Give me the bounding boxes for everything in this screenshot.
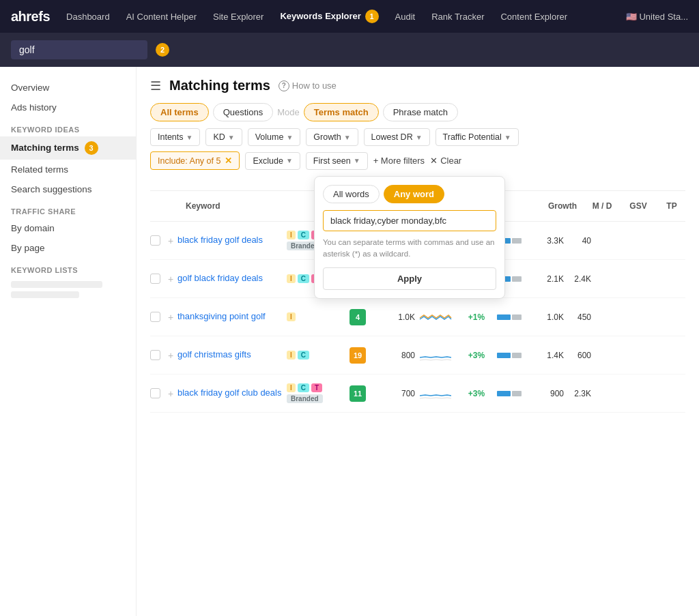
popup-tab-all-words[interactable]: All words bbox=[323, 185, 380, 203]
table-row: + black friday golf club deals I C T Bra… bbox=[150, 375, 685, 413]
popup-tab-any-word[interactable]: Any word bbox=[384, 185, 444, 203]
row-badges: I bbox=[287, 312, 341, 321]
row-keyword: golf black friday deals bbox=[177, 272, 287, 284]
main-content: ☰ Matching terms ? How to use All terms … bbox=[137, 67, 699, 616]
sidebar-item-overview[interactable]: Overview bbox=[0, 78, 136, 98]
filters-row: Intents ▼ KD ▼ Volume ▼ Growth ▼ Lowest … bbox=[150, 128, 685, 146]
filter-growth[interactable]: Growth ▼ bbox=[306, 128, 358, 146]
nav-audit[interactable]: Audit bbox=[395, 12, 416, 22]
tab-questions[interactable]: Questions bbox=[213, 103, 274, 121]
filter-traffic-potential[interactable]: Traffic Potential ▼ bbox=[436, 128, 519, 146]
include-close-icon[interactable]: ✕ bbox=[225, 156, 232, 166]
sidebar-section-traffic-share: Traffic share bbox=[0, 199, 136, 218]
logo[interactable]: ahrefs bbox=[11, 9, 50, 25]
region-selector[interactable]: 🇺🇸 United Sta... bbox=[626, 12, 688, 22]
row-checkbox[interactable] bbox=[150, 350, 164, 360]
nav-dashboard[interactable]: Dashboard bbox=[66, 12, 110, 22]
keyword-link[interactable]: golf christmas gifts bbox=[177, 349, 251, 360]
badge-t: T bbox=[311, 383, 322, 392]
page-title: Matching terms bbox=[169, 78, 270, 93]
nav-content-explorer[interactable]: Content Explorer bbox=[500, 12, 567, 22]
menu-icon[interactable]: ☰ bbox=[150, 78, 161, 93]
include-filter[interactable]: Include: Any of 5 ✕ bbox=[150, 151, 240, 170]
filter-first-seen[interactable]: First seen ▼ bbox=[306, 152, 368, 170]
sidebar-item-by-domain[interactable]: By domain bbox=[0, 218, 136, 238]
growth-arrow-icon: ▼ bbox=[344, 134, 351, 141]
row-checkbox[interactable] bbox=[150, 388, 164, 398]
page-header: ☰ Matching terms ? How to use bbox=[150, 78, 685, 93]
filter-lowest-dr[interactable]: Lowest DR ▼ bbox=[364, 128, 430, 146]
row-sv: 800 bbox=[374, 351, 415, 360]
row-checkbox[interactable] bbox=[150, 235, 164, 246]
row-add-icon[interactable]: + bbox=[164, 274, 177, 284]
row-chart bbox=[415, 386, 456, 401]
row-add-icon[interactable]: + bbox=[164, 350, 177, 361]
table-row: + golf christmas gifts I C 19 800 +3% bbox=[150, 336, 685, 375]
badge-i: I bbox=[287, 312, 296, 321]
sidebar-item-ads-history[interactable]: Ads history bbox=[0, 98, 136, 117]
logo-text: ahrefs bbox=[11, 9, 50, 24]
sidebar-item-search-suggestions[interactable]: Search suggestions bbox=[0, 179, 136, 199]
row-tp: 600 bbox=[564, 351, 591, 360]
filter-exclude[interactable]: Exclude ▼ bbox=[245, 152, 300, 170]
filter-volume[interactable]: Volume ▼ bbox=[248, 128, 301, 146]
mode-divider: Mode bbox=[277, 107, 300, 117]
row-add-icon[interactable]: + bbox=[164, 235, 177, 246]
filter-kd[interactable]: KD ▼ bbox=[205, 128, 242, 146]
row-gsv: 1.0K bbox=[530, 312, 564, 322]
row-keyword: black friday golf club deals bbox=[177, 387, 287, 399]
bar-blue bbox=[497, 391, 511, 396]
popup-tabs: All words Any word bbox=[323, 185, 496, 203]
row-add-icon[interactable]: + bbox=[164, 312, 177, 323]
col-header-gsv: GSV bbox=[621, 201, 655, 211]
col-header-growth: Growth bbox=[542, 201, 583, 211]
filters-row-2: Include: Any of 5 ✕ Exclude ▼ First seen… bbox=[150, 151, 685, 170]
main-layout: Overview Ads history Keyword ideas Match… bbox=[0, 67, 699, 616]
row-sv: 700 bbox=[374, 389, 415, 398]
search-input[interactable] bbox=[11, 40, 147, 59]
badge-c: C bbox=[298, 351, 309, 360]
sidebar-item-related-terms[interactable]: Related terms bbox=[0, 160, 136, 179]
tab-all-terms[interactable]: All terms bbox=[150, 103, 209, 121]
row-badges: I C bbox=[287, 351, 341, 360]
row-checkbox[interactable] bbox=[150, 312, 164, 322]
keyword-link[interactable]: black friday golf club deals bbox=[177, 387, 281, 398]
tab-terms-match[interactable]: Terms match bbox=[304, 103, 379, 121]
keyword-link[interactable]: golf black friday deals bbox=[177, 273, 263, 283]
row-checkbox[interactable] bbox=[150, 274, 164, 284]
nav-ai-content[interactable]: AI Content Helper bbox=[126, 12, 197, 22]
kd-arrow-icon: ▼ bbox=[228, 134, 235, 141]
badge-c: C bbox=[298, 231, 309, 239]
keyword-link[interactable]: black friday golf deals bbox=[177, 235, 263, 245]
row-add-icon[interactable]: + bbox=[164, 388, 177, 399]
bar-gray bbox=[512, 238, 522, 244]
bar-gray bbox=[512, 276, 522, 282]
col-header-keyword: Keyword bbox=[186, 201, 295, 211]
row-tp: 2.4K bbox=[564, 274, 591, 284]
table-row: + thanksgiving point golf I 4 1.0K +1% 1… bbox=[150, 298, 685, 336]
more-filters-btn[interactable]: + More filters bbox=[373, 156, 425, 166]
nav-keywords-explorer[interactable]: Keywords Explorer 1 bbox=[280, 10, 378, 23]
popup-input[interactable] bbox=[323, 210, 496, 231]
row-gsv: 2.1K bbox=[530, 274, 564, 284]
bar-blue bbox=[497, 314, 511, 320]
bar-gray bbox=[512, 391, 522, 396]
sidebar-item-matching-terms[interactable]: Matching terms 3 bbox=[0, 136, 136, 160]
filter-intents[interactable]: Intents ▼ bbox=[150, 128, 200, 146]
row-bars bbox=[497, 353, 530, 358]
nav-rank-tracker[interactable]: Rank Tracker bbox=[431, 12, 484, 22]
clear-btn[interactable]: ✕ Clear bbox=[430, 156, 461, 166]
clear-icon: ✕ bbox=[430, 156, 438, 166]
help-link[interactable]: ? How to use bbox=[279, 80, 337, 91]
nav-site-explorer[interactable]: Site Explorer bbox=[213, 12, 263, 22]
row-sv: 1.0K bbox=[374, 312, 415, 322]
row-chart bbox=[415, 348, 456, 363]
keyword-link[interactable]: thanksgiving point golf bbox=[177, 311, 266, 321]
first-seen-arrow-icon: ▼ bbox=[354, 157, 360, 164]
tp-arrow-icon: ▼ bbox=[504, 134, 511, 141]
tab-phrase-match[interactable]: Phrase match bbox=[383, 103, 458, 121]
sidebar-item-by-page[interactable]: By page bbox=[0, 238, 136, 258]
row-gsv: 3.3K bbox=[530, 236, 564, 246]
popup-apply-btn[interactable]: Apply bbox=[323, 267, 496, 290]
row-gsv: 1.4K bbox=[530, 351, 564, 360]
